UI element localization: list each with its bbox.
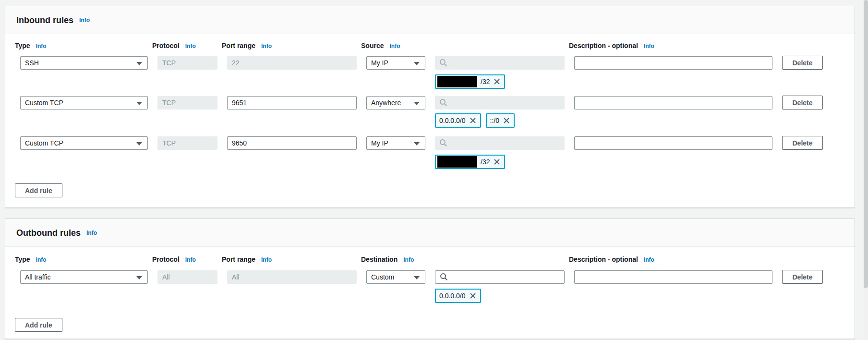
protocol-info-link[interactable]: Info: [185, 257, 196, 263]
source-select[interactable]: Anywhere: [366, 96, 425, 109]
source-search-input: [435, 136, 565, 150]
inbound-rule-row: Custom TCP Anywhere Delete: [5, 96, 855, 109]
type-info-link[interactable]: Info: [36, 257, 47, 263]
port-range-input: [227, 56, 357, 70]
inbound-title-info-link[interactable]: Info: [79, 17, 90, 23]
redacted-ip: [437, 76, 477, 87]
inbound-rules-panel: Inbound rules Info TypeInfo ProtocolInfo…: [5, 6, 855, 208]
inbound-rule-row: SSH My IP Delete: [5, 56, 855, 70]
chevron-down-icon: [136, 142, 142, 146]
description-info-link[interactable]: Info: [644, 257, 654, 263]
cidr-chip: /32: [435, 155, 505, 169]
protocol-input: [157, 270, 217, 284]
outbound-title-info-link[interactable]: Info: [86, 230, 97, 236]
outbound-rule-row: All traffic Custom Delete: [5, 270, 855, 284]
port-range-column-label: Port range: [222, 255, 255, 264]
description-input[interactable]: [574, 136, 772, 150]
inbound-panel-title: Inbound rules: [16, 16, 73, 24]
chevron-down-icon: [414, 62, 420, 65]
chevron-down-icon: [414, 102, 420, 105]
protocol-input: [157, 56, 217, 70]
port-range-info-link[interactable]: Info: [261, 43, 272, 49]
page: { "theme": { "accent_link_color": "#0073…: [0, 0, 868, 340]
type-select[interactable]: SSH: [20, 56, 148, 70]
description-column-label: Description - optional: [569, 255, 638, 264]
port-range-column-label: Port range: [222, 42, 255, 50]
search-icon: [439, 98, 447, 107]
cidr-chip-text: ::/0: [490, 117, 499, 124]
outbound-rules-panel: Outbound rules Info TypeInfo ProtocolInf…: [5, 219, 855, 339]
type-column-label: Type: [15, 255, 30, 264]
destination-select[interactable]: Custom: [366, 270, 425, 284]
type-info-link[interactable]: Info: [36, 43, 47, 49]
search-icon: [440, 273, 448, 281]
search-icon: [439, 139, 447, 147]
source-search-input: [435, 56, 565, 70]
chevron-down-icon: [136, 102, 142, 105]
protocol-column-label: Protocol: [152, 255, 180, 264]
type-select[interactable]: All traffic: [20, 270, 148, 284]
chevron-down-icon: [414, 142, 420, 146]
inbound-add-rule-wrap: Add rule: [5, 183, 855, 197]
outbound-panel-body: TypeInfo ProtocolInfo Port rangeInfo Des…: [5, 255, 855, 339]
cidr-chip-text: 0.0.0.0/0: [439, 292, 466, 300]
scrollbar[interactable]: [863, 0, 868, 340]
remove-chip-icon[interactable]: [469, 292, 477, 300]
type-column-label: Type: [15, 42, 30, 50]
cidr-chip: ::/0: [486, 113, 515, 128]
outbound-column-headers: TypeInfo ProtocolInfo Port rangeInfo Des…: [5, 255, 855, 264]
remove-chip-icon[interactable]: [469, 117, 477, 124]
delete-rule-button[interactable]: Delete: [782, 96, 823, 109]
cidr-chip-text: /32: [481, 158, 490, 166]
protocol-input: [157, 136, 217, 150]
destination-info-link[interactable]: Info: [403, 257, 414, 263]
search-icon: [439, 59, 447, 67]
source-select[interactable]: My IP: [366, 136, 425, 150]
chevron-down-icon: [136, 62, 142, 65]
cidr-chip-row: /32: [5, 155, 855, 169]
description-info-link[interactable]: Info: [644, 43, 654, 49]
type-select[interactable]: Custom TCP: [20, 136, 148, 150]
delete-rule-button[interactable]: Delete: [782, 136, 823, 150]
destination-search-input[interactable]: [435, 270, 565, 284]
description-input[interactable]: [574, 270, 772, 284]
remove-chip-icon[interactable]: [493, 78, 501, 85]
cidr-chip-row: /32: [5, 74, 855, 89]
scrollbar-thumb[interactable]: [864, 0, 868, 288]
port-range-info-link[interactable]: Info: [261, 257, 272, 263]
outbound-panel-header: Outbound rules Info: [5, 219, 855, 247]
source-info-link[interactable]: Info: [389, 43, 400, 49]
add-rule-button[interactable]: Add rule: [15, 183, 62, 197]
inbound-panel-body: TypeInfo ProtocolInfo Port rangeInfo Sou…: [5, 42, 855, 207]
protocol-input: [157, 96, 217, 109]
outbound-panel-title: Outbound rules: [16, 229, 81, 237]
delete-rule-button[interactable]: Delete: [782, 270, 823, 284]
inbound-column-headers: TypeInfo ProtocolInfo Port rangeInfo Sou…: [5, 42, 855, 50]
redacted-ip: [437, 156, 477, 168]
chevron-down-icon: [136, 276, 142, 279]
destination-column-label: Destination: [361, 255, 398, 264]
cidr-chip-row: 0.0.0.0/0 ::/0: [5, 113, 855, 128]
source-select[interactable]: My IP: [366, 56, 425, 70]
outbound-add-rule-wrap: Add rule: [5, 318, 855, 332]
remove-chip-icon[interactable]: [493, 158, 501, 166]
cidr-chip: /32: [435, 74, 505, 89]
protocol-info-link[interactable]: Info: [185, 43, 196, 49]
source-column-label: Source: [361, 42, 384, 50]
protocol-column-label: Protocol: [152, 42, 180, 50]
delete-rule-button[interactable]: Delete: [782, 56, 823, 70]
source-search-input: [435, 96, 565, 109]
type-select[interactable]: Custom TCP: [20, 96, 148, 109]
inbound-rule-row: Custom TCP My IP Delete: [5, 136, 855, 150]
port-range-input[interactable]: [227, 96, 357, 109]
description-input[interactable]: [574, 96, 772, 109]
cidr-chip: 0.0.0.0/0: [435, 289, 481, 303]
remove-chip-icon[interactable]: [503, 117, 510, 124]
cidr-chip-text: /32: [481, 78, 490, 85]
add-rule-button[interactable]: Add rule: [15, 318, 62, 332]
description-input[interactable]: [574, 56, 772, 70]
chevron-down-icon: [414, 276, 420, 279]
cidr-chip-row: 0.0.0.0/0: [5, 289, 855, 303]
port-range-input: [227, 270, 357, 284]
port-range-input[interactable]: [227, 136, 357, 150]
